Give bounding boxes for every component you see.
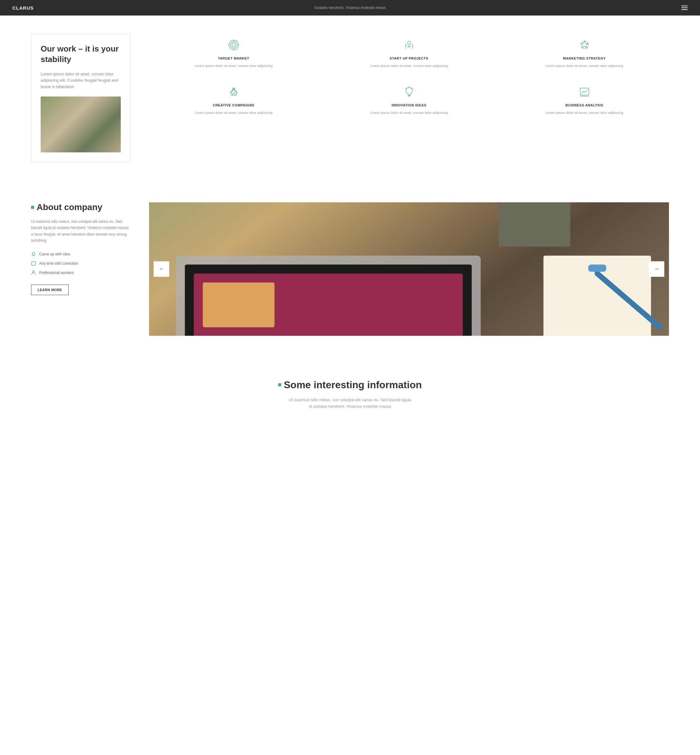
- work-title: Our work – it is your stability: [41, 44, 121, 65]
- feature-desc-target: Lorem ipsum dolor sit amet, consec tetur…: [152, 63, 315, 69]
- feature-title-creative: CREATIVE COMPAIGNS: [152, 103, 315, 107]
- svg-point-1: [230, 42, 237, 48]
- about-left: About company Ut euismod odio metus, non…: [31, 202, 130, 295]
- svg-point-10: [580, 41, 588, 49]
- feature-innovation: INNOVATION IDEAS Lorem ipsum dolor sit a…: [324, 81, 494, 119]
- innovation-icon: [402, 84, 417, 100]
- feature-desc-business: Lorem ipsum dolor sit amet, consec tetur…: [503, 110, 666, 115]
- svg-rect-30: [498, 202, 570, 247]
- list-item-idea: Came up with idea: [31, 252, 130, 257]
- navbar-center-text: Sodales hendrerit. Vivamus molestie metu…: [314, 6, 386, 10]
- about-description: Ut euismod odio metus, non volutpat elit…: [31, 218, 130, 244]
- feature-title-business: BUSINESS ANALYSIS: [503, 103, 666, 107]
- feature-title-innovation: INNOVATION IDEAS: [328, 103, 491, 107]
- feature-creative: CREATIVE COMPAIGNS Lorem ipsum dolor sit…: [149, 81, 318, 119]
- feature-title-target: TARGET MARKET: [152, 56, 315, 60]
- target-market-icon: [226, 37, 242, 53]
- svg-rect-17: [580, 88, 589, 95]
- feature-desc-innovation: Lorem ipsum dolor sit amet, consec tetur…: [328, 110, 491, 115]
- svg-rect-27: [203, 282, 274, 327]
- navbar: CLARUS Sodales hendrerit. Vivamus molest…: [0, 0, 700, 16]
- about-heading: About company: [31, 202, 130, 212]
- feature-title-startup: START UP PROJECTS: [328, 56, 491, 60]
- about-list: Came up with idea Any time with conectio…: [31, 252, 130, 275]
- square-icon: [31, 261, 36, 266]
- feature-desc-startup: Lorem ipsum dolor sit amet, consec tetur…: [328, 63, 491, 69]
- svg-line-16: [412, 88, 413, 89]
- list-item-idea-text: Came up with idea: [39, 252, 70, 256]
- section-work: Our work – it is your stability Lorem ip…: [0, 16, 700, 181]
- list-item-connection: Any time with conection: [31, 261, 130, 266]
- list-item-workers-text: Professional workers: [39, 271, 73, 275]
- business-icon: [577, 84, 592, 100]
- feature-marketing: MARKETING STRATEGY Lorem ipsum dolor sit…: [500, 34, 669, 72]
- feature-desc-creative: Lorem ipsum dolor sit amet, consec tetur…: [152, 110, 315, 115]
- work-left-panel: Our work – it is your stability Lorem ip…: [31, 34, 130, 162]
- learn-more-button[interactable]: LEARN MORE: [31, 285, 69, 295]
- lightbulb-icon: [31, 252, 36, 257]
- about-slider: ← →: [149, 202, 669, 336]
- info-heading: Some interesting information: [31, 379, 669, 391]
- menu-icon[interactable]: [681, 6, 688, 10]
- feature-business: BUSINESS ANALYSIS Lorem ipsum dolor sit …: [500, 81, 669, 119]
- list-item-connection-text: Any time with conection: [39, 261, 78, 266]
- svg-point-21: [33, 271, 34, 273]
- marketing-icon: [577, 37, 592, 53]
- person-icon: [31, 270, 36, 275]
- svg-point-2: [232, 44, 235, 47]
- work-description: Lorem ipsum dolor sit amet, consec tetur…: [41, 71, 121, 90]
- list-item-workers: Professional workers: [31, 270, 130, 275]
- section-about: About company Ut euismod odio metus, non…: [0, 181, 700, 357]
- slider-prev-button[interactable]: ←: [154, 261, 169, 277]
- svg-line-15: [405, 88, 406, 89]
- feature-startup: START UP PROJECTS Lorem ipsum dolor sit …: [324, 34, 494, 72]
- section-info: Some interesting information Ut euismod …: [0, 357, 700, 422]
- info-description: Ut euismod odio metus, non volutpat elit…: [288, 397, 412, 410]
- svg-point-7: [407, 41, 411, 45]
- heading-dot: [31, 206, 34, 209]
- feature-desc-marketing: Lorem ipsum dolor sit amet, consec tetur…: [503, 63, 666, 69]
- info-heading-dot: [278, 383, 281, 386]
- about-image: [149, 202, 669, 336]
- creative-icon: [226, 84, 242, 100]
- feature-target-market: TARGET MARKET Lorem ipsum dolor sit amet…: [149, 34, 318, 72]
- navbar-logo: CLARUS: [12, 5, 34, 11]
- work-image: [41, 97, 121, 152]
- svg-rect-33: [588, 265, 606, 272]
- startup-icon: [402, 37, 417, 53]
- slider-next-button[interactable]: →: [649, 261, 664, 277]
- features-grid: TARGET MARKET Lorem ipsum dolor sit amet…: [149, 34, 669, 118]
- feature-title-marketing: MARKETING STRATEGY: [503, 56, 666, 60]
- svg-rect-11: [233, 93, 235, 95]
- svg-rect-20: [32, 262, 35, 265]
